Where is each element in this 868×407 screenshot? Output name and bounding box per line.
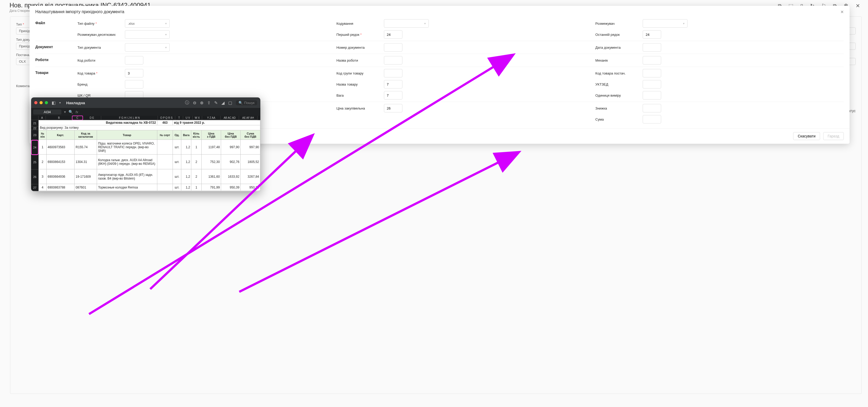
section-works: Роботи (35, 56, 78, 65)
crop-icon[interactable]: ▢ (228, 100, 232, 105)
table-cell: 2 (191, 155, 201, 169)
table-cell: шт. (173, 184, 181, 191)
col-header[interactable]: A (38, 116, 46, 120)
dec-delim-select[interactable]: ▾ (125, 30, 170, 39)
table-cell: 997,90 (241, 140, 260, 155)
uktzed-input[interactable] (643, 80, 661, 89)
window-min-icon[interactable] (39, 101, 43, 104)
row-number[interactable]: 27 (31, 184, 38, 191)
table-header: Ціназ ПДВ (201, 130, 221, 140)
first-row-input[interactable] (384, 30, 402, 39)
delimiter-label: Розмежувач (595, 22, 640, 26)
table-cell: Тормозные колодки Remsa (97, 184, 157, 191)
delimiter-select[interactable]: ▾ (643, 19, 687, 28)
sum-input[interactable] (643, 115, 661, 124)
table-cell (157, 155, 173, 169)
dropdown-icon[interactable]: ▾ (59, 101, 61, 104)
encoding-select[interactable]: ▾ (384, 19, 429, 28)
row-number[interactable]: 22 (31, 126, 38, 130)
work-code-input[interactable] (125, 56, 143, 65)
col-header[interactable]: B (46, 116, 72, 120)
table-row[interactable]: 46900863788087601Тормозные колодки Remsa… (39, 184, 260, 191)
work-name-input[interactable] (384, 56, 402, 65)
search-input[interactable]: 🔍 Пошук (236, 100, 257, 105)
highlight-icon[interactable]: ◢ (221, 100, 224, 105)
last-row-label: Останній рядок (595, 33, 640, 37)
table-row[interactable]: 14600973583R155.74Підш. маточини колеса … (39, 140, 260, 155)
sum-label: Сума (595, 117, 640, 122)
info-icon[interactable]: ⓘ (185, 100, 189, 106)
table-header: Од. (173, 130, 181, 140)
prod-code-input[interactable] (125, 69, 143, 77)
table-row[interactable]: 269008641531304.31Колодка гальм. диск. A… (39, 155, 260, 169)
table-cell: 2 (191, 169, 201, 184)
table-cell: 6900864153 (46, 155, 74, 169)
group-code-input[interactable] (384, 69, 402, 77)
table-cell: 4 (39, 184, 46, 191)
sup-code-input[interactable] (643, 69, 661, 77)
brand-input[interactable] (125, 80, 143, 89)
col-header[interactable]: AE AF AH (239, 116, 257, 120)
unit-input[interactable] (643, 91, 661, 100)
file-type-label: Тип файлу * (78, 22, 122, 26)
cancel-button[interactable]: Скасувати (793, 132, 820, 140)
table-cell: 1197,48 (201, 140, 221, 155)
section-document: Документ (35, 43, 78, 52)
discount-label: Знижка (595, 106, 640, 110)
table-cell: шт. (173, 155, 181, 169)
group-code-label: Код групи товару (337, 71, 381, 75)
zoom-in-icon[interactable]: ⊕ (200, 100, 204, 105)
invoice-date: від 9 травня 2022 р. (173, 120, 260, 125)
sidebar-toggle-icon[interactable]: ◧ (52, 100, 56, 105)
table-cell: 1633,92 (221, 169, 241, 184)
table-row[interactable]: 3690066493619-171609Амортизатор підв. AU… (39, 169, 260, 184)
prod-name-input[interactable] (384, 80, 402, 89)
col-header[interactable]: T (175, 116, 183, 120)
table-cell: 950,39 (221, 184, 241, 191)
table-header: Сумабез ПДВ (241, 130, 260, 140)
doc-date-label: Дата документа (595, 45, 640, 49)
col-header[interactable]: U V (183, 116, 193, 120)
share-icon[interactable]: ⇪ (207, 100, 211, 105)
col-header[interactable] (31, 116, 38, 120)
row-number[interactable]: 24 (31, 140, 38, 155)
cell-reference[interactable]: AI34 (33, 109, 61, 114)
ok-button[interactable]: Гаразд (823, 132, 844, 140)
col-header[interactable]: D E (83, 116, 101, 120)
window-close-icon[interactable] (34, 101, 37, 104)
edit-icon[interactable]: ✎ (214, 100, 218, 105)
col-header[interactable]: W X (193, 116, 202, 120)
purchase-input[interactable] (384, 104, 402, 112)
table-cell: 1,2 (181, 140, 191, 155)
payment-note: Вид розрахунку: За готівку (39, 125, 260, 130)
table-cell: Підш. маточини колеса OPEL VIVARO, RENAU… (97, 140, 157, 155)
table-header: Товар (97, 130, 157, 140)
col-header[interactable]: AB AC AD (221, 116, 239, 120)
table-cell: 1 (39, 140, 46, 155)
table-cell: 1,2 (181, 169, 191, 184)
row-number[interactable]: 21 (31, 120, 38, 126)
doc-date-input[interactable] (643, 43, 661, 52)
mechanic-input[interactable] (643, 56, 661, 65)
row-number[interactable]: 26 (31, 170, 38, 184)
weight-input[interactable] (384, 91, 402, 100)
work-code-label: Код роботи (78, 59, 122, 62)
row-number[interactable]: 23 (31, 130, 38, 140)
col-header[interactable]: Y Z AA (202, 116, 221, 120)
zoom-out-icon[interactable]: ⊖ (193, 100, 196, 105)
file-type-select[interactable]: .xlsx▾ (125, 19, 170, 28)
window-max-icon[interactable] (45, 101, 48, 104)
col-header[interactable]: C (72, 116, 83, 120)
row-number[interactable]: 25 (31, 155, 38, 170)
last-row-input[interactable] (643, 30, 661, 39)
table-cell: шт. (173, 169, 181, 184)
table-cell: 752,30 (201, 155, 221, 169)
col-header[interactable]: F G H I J K L M N (101, 116, 158, 120)
discount-input[interactable] (643, 104, 661, 112)
modal-close-icon[interactable]: ✕ (840, 9, 844, 14)
col-header[interactable]: O P Q R S (158, 116, 175, 120)
doc-num-input[interactable] (384, 43, 402, 52)
work-name-label: Назва роботи (337, 59, 381, 62)
doc-type-select[interactable]: ▾ (125, 43, 170, 52)
table-cell: 950,39 (241, 184, 260, 191)
